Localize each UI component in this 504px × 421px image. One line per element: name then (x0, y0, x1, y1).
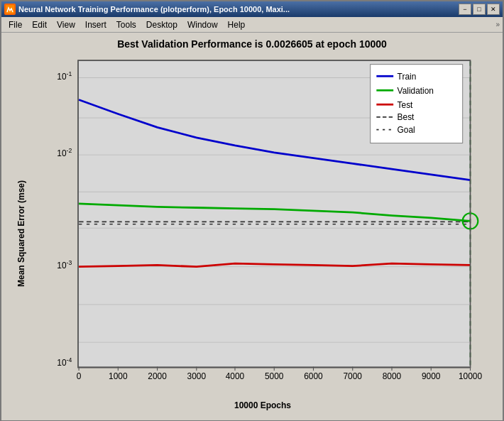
window-title: Neural Network Training Performance (plo… (18, 5, 290, 13)
menu-bar: File Edit View Insert Tools Desktop Wind… (1, 17, 503, 33)
svg-text:9000: 9000 (422, 371, 441, 381)
x-axis-label: 10000 Epochs (32, 400, 493, 415)
svg-text:4000: 4000 (226, 371, 245, 381)
svg-text:Train: Train (398, 72, 417, 82)
menu-file[interactable]: File (4, 18, 26, 31)
svg-text:Validation: Validation (398, 86, 434, 96)
svg-text:3000: 3000 (187, 371, 207, 381)
svg-text:Best: Best (398, 112, 415, 122)
svg-text:10-3: 10-3 (57, 259, 72, 270)
menu-arrow: » (495, 21, 500, 28)
plot-title: Best Validation Performance is 0.0026605… (117, 38, 387, 50)
chart-area: 10-1 10-2 10-3 10-4 (32, 53, 493, 399)
y-axis-label: Mean Squared Error (mse) (11, 53, 32, 415)
svg-text:10-4: 10-4 (57, 356, 72, 368)
menu-tools[interactable]: Tools (112, 18, 141, 31)
title-bar-left: Neural Network Training Performance (plo… (4, 4, 290, 15)
svg-text:10-2: 10-2 (57, 147, 72, 158)
chart-svg: 10-1 10-2 10-3 10-4 (32, 53, 493, 399)
svg-text:Test: Test (398, 100, 413, 110)
svg-text:5000: 5000 (265, 371, 284, 381)
svg-text:6000: 6000 (304, 371, 323, 381)
window-controls: − □ ✕ (459, 4, 500, 15)
plot-container: Best Validation Performance is 0.0026605… (1, 33, 503, 420)
menu-edit[interactable]: Edit (28, 18, 51, 31)
plot-main: Mean Squared Error (mse) (11, 53, 493, 415)
menu-window[interactable]: Window (183, 18, 222, 31)
plot-wrapper: Best Validation Performance is 0.0026605… (11, 38, 493, 415)
menu-insert[interactable]: Insert (81, 18, 111, 31)
svg-text:8000: 8000 (383, 371, 402, 381)
main-window: Neural Network Training Performance (plo… (0, 0, 504, 421)
maximize-button[interactable]: □ (473, 4, 486, 15)
svg-text:0: 0 (77, 371, 82, 381)
svg-text:1000: 1000 (109, 371, 128, 381)
svg-rect-0 (6, 5, 14, 13)
app-icon (4, 4, 16, 15)
svg-text:Goal: Goal (398, 125, 415, 135)
svg-text:10000: 10000 (459, 371, 482, 381)
svg-text:10-1: 10-1 (57, 70, 72, 82)
menu-desktop[interactable]: Desktop (142, 18, 182, 31)
svg-text:2000: 2000 (148, 371, 167, 381)
svg-text:7000: 7000 (344, 371, 363, 381)
menu-help[interactable]: Help (224, 18, 250, 31)
menu-view[interactable]: View (53, 18, 80, 31)
plot-area-wrapper: 10-1 10-2 10-3 10-4 (32, 53, 493, 415)
title-bar: Neural Network Training Performance (plo… (1, 1, 503, 17)
minimize-button[interactable]: − (459, 4, 471, 15)
close-button[interactable]: ✕ (487, 4, 500, 15)
